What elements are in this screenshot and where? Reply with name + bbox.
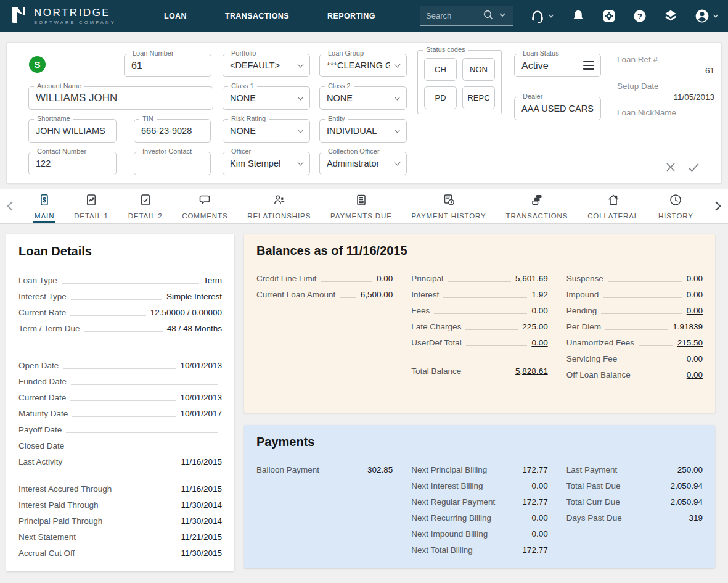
nav-item-reporting[interactable]: REPORTING [327,12,375,20]
unamortized-fees-link[interactable]: 215.50 [677,338,703,347]
payments-column-1: Balloon Payment302.85 [256,461,393,558]
confirm-check-icon[interactable] [687,161,700,176]
userdef-total-link[interactable]: 0.00 [531,338,547,347]
nav-item-loan[interactable]: LOAN [164,12,187,20]
chevron-down-icon [395,62,401,68]
tab-relationships[interactable]: RELATIONSHIPS [246,189,312,223]
help-icon[interactable]: ? [632,9,647,23]
balances-column-3: Suspense0.00 Impound0.00 Pending0.00 Per… [566,270,703,382]
chevron-down-icon [298,94,304,101]
chevron-down-icon [298,127,304,133]
nav-item-transactions[interactable]: TRANSACTIONS [225,12,289,20]
payments-panel: Payments Balloon Payment302.85 Next Prin… [244,425,715,568]
currency-badge-icon: S [29,56,46,73]
document-dollar-icon: $ [38,193,51,209]
search-scope-chevron-icon[interactable] [497,10,507,22]
logo-n-icon [9,5,28,27]
document-check-icon [139,193,152,209]
risk-rating-select[interactable]: Risk Rating NONE [223,119,310,143]
tab-collateral[interactable]: COLLATERAL [586,189,640,223]
loan-info-column: Loan Ref # 61 Setup Date 11/05/2013 Loan… [617,55,714,134]
payments-title: Payments [256,435,703,449]
svg-text:?: ? [637,12,642,21]
portfolio-select[interactable]: Portfolio <DEFAULT> [223,54,310,77]
clock-icon [669,193,682,209]
loan-ref-value: 61 [617,66,714,76]
stacked-cards-icon [530,193,544,209]
tab-payment-history[interactable]: PAYMENT HISTORY [411,189,488,223]
search-input[interactable] [426,11,479,20]
user-account-icon[interactable] [694,8,719,24]
total-divider [411,357,547,357]
tabs-scroll-right-icon[interactable] [710,189,726,223]
entity-select[interactable]: Entity INDIVIDUAL [319,119,407,143]
loan-status-field[interactable]: Loan Status Active [514,54,601,77]
tab-comments[interactable]: COMMENTS [181,189,229,223]
loan-details-title: Loan Details [18,244,222,258]
tab-history[interactable]: HISTORY [657,189,695,223]
loan-details-panel: Loan Details Loan TypeTerm Interest Type… [6,234,234,571]
class1-select[interactable]: Class 1 NONE [223,86,310,110]
status-code-repc-button[interactable]: REPC [462,86,495,109]
loan-number-field[interactable]: Loan Number 61 [124,54,211,77]
tabs-scroll-left-icon[interactable] [2,189,18,223]
brand-subtitle: SOFTWARE COMPANY [34,20,116,25]
setup-date-label: Setup Date [617,81,714,91]
chevron-down-icon [395,127,401,133]
tab-transactions[interactable]: TRANSACTIONS [504,189,569,223]
loan-group-select[interactable]: Loan Group ***CLEARING GROUP [319,54,407,77]
people-icon [272,193,286,209]
loan-ref-label: Loan Ref # [617,55,714,64]
tab-detail-1[interactable]: DETAIL 1 [73,189,110,223]
tab-detail-2[interactable]: DETAIL 2 [127,189,164,223]
collection-officer-select[interactable]: Collection Officer Administrator [319,152,407,175]
total-balance-link[interactable]: 5,828.61 [515,366,548,376]
settings-gear-icon[interactable] [602,9,616,23]
balances-column-2: Principal5,601.69 Interest1.92 Fees0.00 … [411,270,547,382]
svg-text:$: $ [43,196,46,204]
tab-payments-due[interactable]: PAYMENTS DUE [329,189,393,223]
chevron-down-icon [395,94,401,101]
status-codes-group: Status codes CH NON PD REPC [417,50,502,114]
off-loan-balance-link[interactable]: 0.00 [687,370,703,379]
tab-main[interactable]: $ MAIN [33,189,55,223]
pending-link[interactable]: 0.00 [687,306,703,315]
document-chart-icon [84,193,98,209]
search-icon[interactable] [481,8,495,24]
balances-title: Balances as of 11/16/2015 [256,244,703,258]
tin-field[interactable]: TIN 666-23-9028 [134,119,211,143]
status-code-non-button[interactable]: NON [462,58,495,81]
payments-column-3: Last Payment250.00 Total Past Due2,050.9… [566,461,703,558]
support-headset-icon[interactable] [530,8,555,24]
nortridge-logo[interactable]: NORTRIDGE SOFTWARE COMPANY [9,5,116,27]
loan-header-panel: S Loan Number 61 Portfolio <DEFAULT> Loa… [6,42,722,184]
chevron-down-icon [298,62,304,68]
investor-contact-field[interactable]: Investor Contact [134,152,211,175]
dealer-field[interactable]: Dealer AAA USED CARS [514,97,601,120]
loan-nickname-value [617,119,714,129]
balances-panel: Balances as of 11/16/2015 Credit Line Li… [244,234,715,413]
balances-column-1: Credit Line Limit0.00 Current Loan Amoun… [256,270,393,382]
current-rate-link[interactable]: 12.50000 / 0.00000 [150,308,222,317]
layers-icon[interactable] [663,9,678,23]
loan-status-menu-icon[interactable] [583,61,594,72]
search-box [420,6,513,26]
cancel-x-icon[interactable] [665,161,677,176]
invoice-icon [354,193,368,209]
account-name-field[interactable]: Account Name WILLIAMS JOHN [28,86,213,110]
class2-select[interactable]: Class 2 NONE [319,86,407,110]
shortname-field[interactable]: Shortname JOHN WILLIAMS [28,119,117,143]
officer-select[interactable]: Officer Kim Stempel [223,152,310,175]
house-icon [607,193,620,209]
status-code-ch-button[interactable]: CH [424,58,457,81]
speech-bubble-icon [198,193,211,209]
nav-menu: LOAN TRANSACTIONS REPORTING [164,12,375,20]
contact-number-field[interactable]: Contact Number 122 [28,152,117,175]
notifications-bell-icon[interactable] [571,9,586,23]
setup-date-value: 11/05/2013 [617,93,714,102]
loan-nickname-label: Loan NickName [617,108,714,117]
payments-column-2: Next Principal Billing172.77 Next Intere… [411,461,547,558]
status-code-pd-button[interactable]: PD [424,86,457,109]
chevron-down-icon [298,160,304,166]
top-nav: NORTRIDGE SOFTWARE COMPANY LOAN TRANSACT… [0,0,728,32]
